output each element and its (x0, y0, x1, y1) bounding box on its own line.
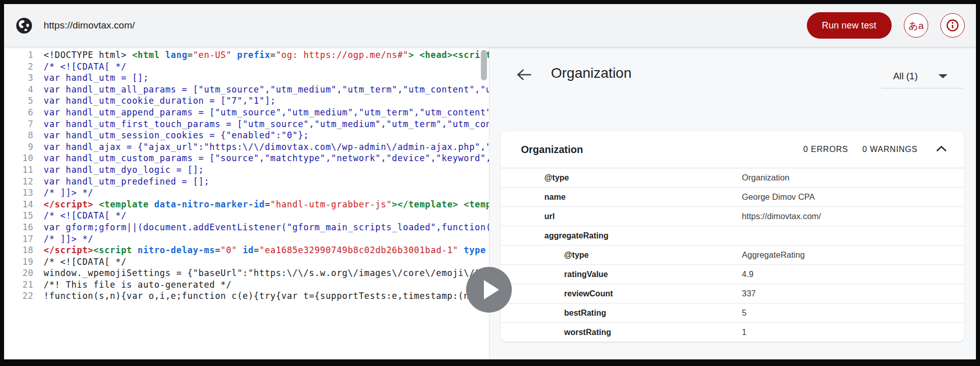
errors-count: 0 ERRORS (803, 145, 848, 154)
property-value: https://dimovtax.com/ (742, 211, 821, 221)
entity-filter-dropdown[interactable]: All (1) (881, 64, 963, 88)
code-line: 21/*! This file is auto-generated */ (4, 279, 489, 291)
line-number: 19 (4, 256, 34, 268)
collapse-card-button[interactable] (934, 143, 949, 156)
property-name: aggregateRating (544, 231, 608, 240)
run-new-test-button[interactable]: Run new test (807, 12, 892, 39)
code-line: 1<!DOCTYPE html> <html lang="en-US" pref… (4, 49, 489, 61)
code-line: 4var handl_utm_all_params = ["utm_source… (4, 84, 489, 96)
property-table: @typeOrganizationnameGeorge Dimov CPAurl… (501, 168, 964, 342)
play-button[interactable] (466, 267, 512, 313)
property-value: 5 (742, 308, 746, 318)
line-number: 14 (4, 199, 34, 210)
code-line: 18</script><script nitro-delay-ms="0" id… (4, 245, 489, 256)
card-status: 0 ERRORS 0 WARNINGS (803, 143, 949, 156)
line-number: 18 (4, 245, 34, 256)
back-arrow-icon (515, 68, 533, 82)
property-name: reviewCount (564, 289, 613, 298)
line-number: 7 (4, 118, 34, 130)
code-line: 19/* <![CDATA[ */ (4, 256, 489, 268)
line-number: 2 (4, 61, 34, 73)
property-name: ratingValue (564, 270, 608, 279)
code-line: 22!function(s,n){var o,i,e;function c(e)… (4, 290, 489, 302)
property-row: @typeOrganization (501, 168, 964, 187)
code-line: 6var handl_utm_append_params = ["utm_sou… (4, 107, 489, 118)
line-number: 12 (4, 176, 34, 188)
line-number: 6 (4, 107, 34, 118)
code-line: 3var handl_utm = []; (4, 72, 489, 84)
property-value: Organization (742, 173, 790, 182)
code-scrollbar-thumb[interactable] (481, 50, 487, 80)
info-button[interactable] (940, 13, 965, 38)
property-row: worstRating1 (501, 322, 964, 342)
property-name: @type (544, 173, 569, 182)
property-row: aggregateRating (501, 226, 964, 245)
line-number: 13 (4, 187, 34, 199)
property-name: @type (564, 251, 589, 260)
warnings-count: 0 WARNINGS (862, 145, 918, 154)
line-number: 17 (4, 233, 34, 245)
line-number: 5 (4, 95, 34, 107)
property-row: ratingValue4.9 (501, 264, 964, 284)
code-lines: 1<!DOCTYPE html> <html lang="en-US" pref… (4, 49, 489, 302)
code-line: 16var gform;gform||(document.addEventLis… (4, 222, 489, 233)
source-code-pane[interactable]: 1<!DOCTYPE html> <html lang="en-US" pref… (4, 47, 489, 359)
property-value: AggregateRating (742, 250, 805, 260)
code-line: 15/* <![CDATA[ */ (4, 210, 489, 222)
line-number: 4 (4, 84, 34, 96)
code-line: 7var handl_utm_first_touch_params = ["ut… (4, 118, 489, 130)
code-line: 13/* ]]> */ (4, 187, 489, 199)
code-line: 8var handl_utm_session_cookies = {"enabl… (4, 130, 489, 141)
property-row: nameGeorge Dimov CPA (501, 187, 964, 206)
property-value: 337 (742, 289, 756, 298)
code-line: 2/* <![CDATA[ */ (4, 61, 489, 73)
app-window: https://dimovtax.com/ Run new test あa 1<… (0, 0, 980, 366)
globe-icon (16, 17, 32, 34)
filter-value: All (1) (893, 71, 918, 82)
chevron-down-icon (938, 74, 948, 78)
detected-item-panel: Organization All (1) Organization 0 ERRO… (489, 47, 976, 359)
line-number: 20 (4, 267, 34, 279)
code-line: 17/* ]]> */ (4, 233, 489, 245)
code-line: 12var handl_utm_predefined = []; (4, 176, 489, 188)
code-line: 5var handl_utm_cookie_duration = ["7","1… (4, 95, 489, 107)
property-row: urlhttps://dimovtax.com/ (501, 206, 964, 226)
organization-card: Organization 0 ERRORS 0 WARNINGS @typeOr… (501, 131, 964, 342)
topbar-actions: Run new test あa (807, 12, 965, 39)
code-line: 11var handl_utm_dyo_logic = []; (4, 164, 489, 176)
property-value: George Dimov CPA (742, 192, 815, 202)
info-icon (946, 19, 959, 32)
code-line: 14</script> <template data-nitro-marker-… (4, 199, 489, 210)
property-value: 1 (742, 327, 746, 337)
line-number: 22 (4, 290, 34, 302)
code-line: 9var handl_ajax = {"ajax_url":"https:\/\… (4, 141, 489, 153)
line-number: 11 (4, 164, 34, 176)
app-content: https://dimovtax.com/ Run new test あa 1<… (4, 4, 976, 359)
line-number: 16 (4, 222, 34, 233)
chevron-up-icon (936, 145, 947, 152)
back-button[interactable] (514, 65, 534, 85)
play-icon (484, 280, 499, 299)
property-name: name (544, 193, 566, 202)
property-name: worstRating (564, 328, 611, 337)
code-line: 20window._wpemojiSettings = {"baseUrl":"… (4, 267, 489, 279)
property-row: @typeAggregateRating (501, 245, 964, 264)
line-number: 1 (4, 49, 34, 61)
property-row: bestRating5 (501, 303, 964, 322)
translate-button[interactable]: あa (904, 13, 928, 38)
line-number: 10 (4, 152, 34, 164)
line-number: 8 (4, 130, 34, 141)
property-row: reviewCount337 (501, 284, 964, 303)
property-name: url (544, 212, 554, 221)
line-number: 21 (4, 279, 34, 291)
code-line: 10var handl_utm_custom_params = ["source… (4, 152, 489, 164)
tested-url: https://dimovtax.com/ (44, 20, 135, 31)
line-number: 9 (4, 141, 34, 153)
line-number: 3 (4, 72, 34, 84)
line-number: 15 (4, 210, 34, 222)
top-bar: https://dimovtax.com/ Run new test あa (4, 4, 976, 47)
property-value: 4.9 (742, 269, 754, 279)
property-name: bestRating (564, 309, 606, 318)
card-title: Organization (521, 144, 583, 156)
translate-icon: あa (908, 21, 924, 30)
